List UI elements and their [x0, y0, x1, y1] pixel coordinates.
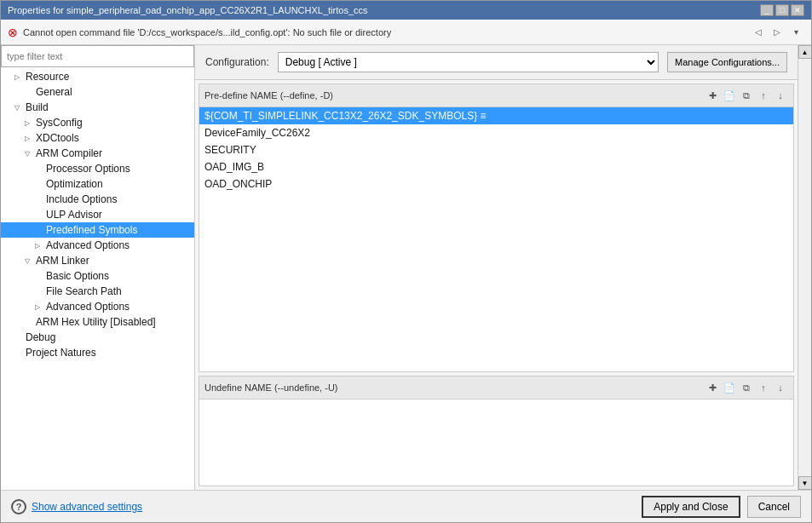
predefine-panel-header: Pre-define NAME (--define, -D) ✚ 📄 ⧉ ↑ ↓	[199, 84, 793, 107]
predefine-panel-content: ${COM_TI_SIMPLELINK_CC13X2_26X2_SDK_SYMB…	[199, 107, 793, 371]
undefine-panel-content	[199, 399, 793, 486]
expand-icon: ▷	[35, 303, 43, 311]
move-up-define-button[interactable]: ↑	[756, 88, 771, 103]
main-area: ▷ Resource General ▽ Build ▷ SysConfig ▷	[1, 45, 811, 490]
list-item-text: OAD_ONCHIP	[204, 178, 272, 190]
sidebar-item-label: Processor Options	[46, 163, 130, 175]
dropdown-button[interactable]: ▾	[787, 24, 804, 41]
minimize-button[interactable]: _	[760, 4, 774, 16]
sidebar-item-linker-advanced[interactable]: ▷ Advanced Options	[1, 299, 194, 314]
close-button[interactable]: ✕	[791, 4, 804, 16]
sidebar-item-label: ARM Compiler	[36, 147, 102, 159]
add-undefine-button[interactable]: ✚	[705, 380, 720, 395]
sidebar-item-label: Advanced Options	[46, 239, 130, 251]
back-button[interactable]: ◁	[750, 24, 767, 41]
copy-define-button[interactable]: ⧉	[739, 88, 754, 103]
list-item[interactable]: DeviceFamily_CC26X2	[199, 124, 793, 141]
sidebar-item-include-options[interactable]: Include Options	[1, 192, 194, 207]
undefine-panel-toolbar: ✚ 📄 ⧉ ↑ ↓	[705, 380, 788, 395]
content-area: Configuration: Debug [ Active ] Manage C…	[195, 45, 798, 490]
config-select[interactable]: Debug [ Active ]	[278, 52, 659, 72]
move-down-define-button[interactable]: ↓	[773, 88, 788, 103]
expand-icon: ▷	[25, 135, 33, 142]
config-bar: Configuration: Debug [ Active ] Manage C…	[195, 45, 798, 80]
list-item[interactable]: ${COM_TI_SIMPLELINK_CC13X2_26X2_SDK_SYMB…	[199, 107, 793, 124]
sidebar-item-arm-linker[interactable]: ▽ ARM Linker	[1, 253, 194, 268]
add-define-button[interactable]: ✚	[705, 88, 720, 103]
undefine-panel: Undefine NAME (--undefine, -U) ✚ 📄 ⧉ ↑ ↓	[199, 376, 794, 486]
copy-undefine-button[interactable]: ⧉	[739, 380, 754, 395]
sidebar-item-resource[interactable]: ▷ Resource	[1, 69, 194, 84]
sidebar-item-label: Project Natures	[26, 347, 96, 359]
expand-icon: ▷	[35, 242, 43, 250]
move-up-undefine-button[interactable]: ↑	[756, 380, 771, 395]
panels: Pre-define NAME (--define, -D) ✚ 📄 ⧉ ↑ ↓…	[195, 80, 798, 490]
sidebar-item-label: Resource	[26, 71, 69, 83]
forward-button[interactable]: ▷	[769, 24, 786, 41]
scroll-down-button[interactable]: ▼	[798, 476, 812, 490]
sidebar-item-ulp-advisor[interactable]: ULP Advisor	[1, 207, 194, 222]
sidebar-item-label: SysConfig	[36, 117, 83, 129]
footer-right: Apply and Close Cancel	[642, 496, 801, 518]
sidebar-item-project-natures[interactable]: Project Natures	[1, 345, 194, 360]
tree: ▷ Resource General ▽ Build ▷ SysConfig ▷	[1, 67, 194, 362]
sidebar-item-label: General	[36, 86, 72, 98]
add-from-file-button[interactable]: 📄	[722, 88, 737, 103]
sidebar-item-debug[interactable]: Debug	[1, 330, 194, 345]
right-scrollbar: ▲ ▼	[798, 45, 811, 490]
sidebar-item-label: Include Options	[46, 193, 117, 205]
sidebar-item-label: Optimization	[46, 178, 103, 190]
sidebar-item-compiler-advanced[interactable]: ▷ Advanced Options	[1, 238, 194, 253]
sidebar-item-label: File Search Path	[46, 285, 122, 297]
list-item[interactable]: SECURITY	[199, 141, 793, 158]
sidebar-item-label: Predefined Symbols	[46, 224, 137, 236]
scroll-up-button[interactable]: ▲	[798, 45, 812, 59]
sidebar-item-label: ARM Hex Utility [Disabled]	[36, 316, 156, 328]
sidebar-item-xdctools[interactable]: ▷ XDCtools	[1, 130, 194, 146]
list-item[interactable]: OAD_IMG_B	[199, 158, 793, 175]
expand-icon: ▽	[25, 150, 33, 158]
list-item-text: ${COM_TI_SIMPLELINK_CC13X2_26X2_SDK_SYMB…	[204, 110, 487, 122]
window-controls: _ □ ✕	[760, 4, 804, 16]
sidebar-item-label: Build	[26, 101, 49, 113]
error-icon: ⊗	[8, 26, 18, 39]
window-title: Properties for simple_peripheral_oad_onc…	[8, 5, 368, 15]
sidebar-item-label: Debug	[26, 331, 55, 343]
list-item-text: DeviceFamily_CC26X2	[204, 127, 310, 139]
error-message: Cannot open command file 'D:/ccs_workspa…	[23, 27, 745, 37]
error-bar: ⊗ Cannot open command file 'D:/ccs_works…	[1, 20, 811, 45]
maximize-button[interactable]: □	[775, 4, 789, 16]
sidebar-item-label: Basic Options	[46, 270, 109, 282]
sidebar-item-sysconfig[interactable]: ▷ SysConfig	[1, 115, 194, 130]
expand-icon: ▷	[14, 73, 23, 81]
undefine-panel-header: Undefine NAME (--undefine, -U) ✚ 📄 ⧉ ↑ ↓	[199, 376, 793, 399]
undefine-panel-title: Undefine NAME (--undefine, -U)	[204, 382, 338, 393]
sidebar-item-optimization[interactable]: Optimization	[1, 176, 194, 192]
apply-and-close-button[interactable]: Apply and Close	[642, 496, 740, 518]
show-advanced-settings-button[interactable]: Show advanced settings	[32, 501, 142, 513]
predefine-panel: Pre-define NAME (--define, -D) ✚ 📄 ⧉ ↑ ↓…	[199, 83, 794, 372]
sidebar-item-basic-options[interactable]: Basic Options	[1, 268, 194, 284]
list-item[interactable]: OAD_ONCHIP	[199, 175, 793, 193]
title-bar: Properties for simple_peripheral_oad_onc…	[1, 1, 811, 20]
filter-input[interactable]	[1, 45, 194, 67]
expand-icon: ▷	[25, 119, 33, 127]
add-from-file-undefine-button[interactable]: 📄	[722, 380, 737, 395]
sidebar-item-build[interactable]: ▽ Build	[1, 100, 194, 115]
move-down-undefine-button[interactable]: ↓	[773, 380, 788, 395]
sidebar-item-label: Advanced Options	[46, 301, 130, 313]
cancel-button[interactable]: Cancel	[747, 496, 801, 518]
help-icon[interactable]: ?	[11, 499, 26, 514]
manage-configurations-button[interactable]: Manage Configurations...	[667, 52, 787, 72]
sidebar-item-general[interactable]: General	[1, 84, 194, 100]
sidebar-item-label: XDCtools	[36, 132, 79, 144]
sidebar-item-arm-hex-utility[interactable]: ARM Hex Utility [Disabled]	[1, 314, 194, 330]
sidebar-item-label: ULP Advisor	[46, 209, 102, 221]
predefine-panel-title: Pre-define NAME (--define, -D)	[204, 90, 333, 101]
sidebar-item-predefined-symbols[interactable]: Predefined Symbols	[1, 222, 194, 238]
list-item-text: OAD_IMG_B	[204, 161, 264, 173]
nav-icons: ◁ ▷ ▾	[750, 24, 804, 41]
sidebar-item-processor-options[interactable]: Processor Options	[1, 161, 194, 176]
sidebar-item-file-search-path[interactable]: File Search Path	[1, 284, 194, 299]
sidebar-item-arm-compiler[interactable]: ▽ ARM Compiler	[1, 146, 194, 161]
